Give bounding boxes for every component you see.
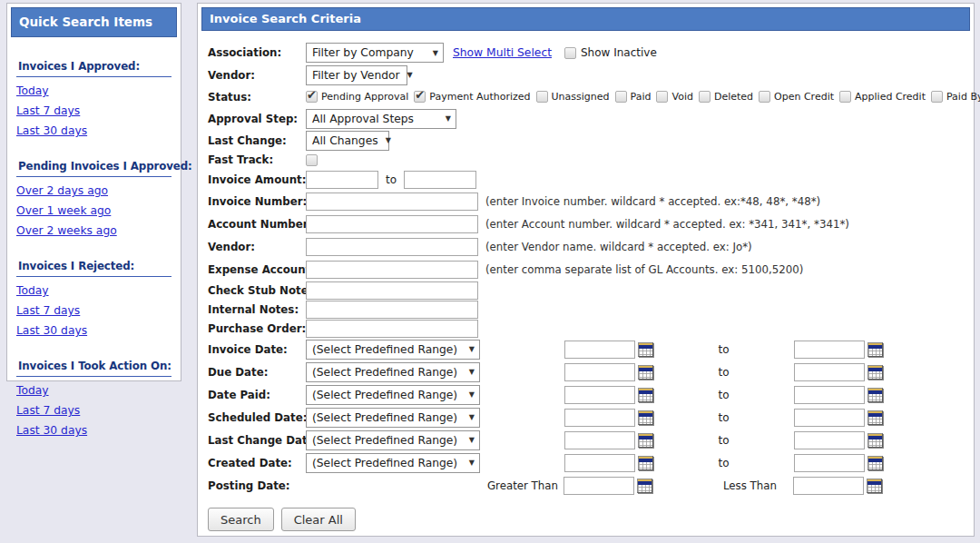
created-date-range-select[interactable]: (Select Predefined Range) ▼ [306, 453, 480, 473]
section-invoices-approved: Invoices I Approved: Today Last 7 days L… [16, 60, 172, 137]
association-select[interactable]: Filter by Company ▼ [306, 43, 444, 63]
link-pending-2days[interactable]: Over 2 days ago [16, 184, 172, 197]
invoice-amount-from-input[interactable] [306, 171, 378, 189]
link-rejected-7days[interactable]: Last 7 days [16, 304, 172, 317]
due-date-range-select[interactable]: (Select Predefined Range) ▼ [306, 362, 480, 382]
link-rejected-30days[interactable]: Last 30 days [16, 324, 172, 337]
date-to-label: to [653, 457, 794, 469]
link-action-30days[interactable]: Last 30 days [16, 424, 172, 437]
show-inactive-checkbox[interactable] [564, 47, 576, 59]
last-change-date-from-input[interactable] [564, 431, 635, 449]
date-paid-from-input[interactable] [564, 386, 635, 404]
due-date-from-input[interactable] [564, 363, 635, 381]
calendar-icon[interactable] [638, 410, 653, 425]
status-checkbox-pending-approval[interactable] [306, 91, 318, 103]
section-invoices-rejected: Invoices I Rejected: Today Last 7 days L… [16, 260, 172, 337]
scheduled-date-from-input[interactable] [564, 409, 635, 427]
due-date-to-input[interactable] [794, 363, 865, 381]
row-last-change-date: Last Change Date: (Select Predefined Ran… [208, 429, 974, 451]
calendar-icon[interactable] [638, 433, 653, 448]
status-option: Void [656, 91, 692, 103]
status-checkbox-paid[interactable] [615, 91, 627, 103]
calendar-icon[interactable] [638, 388, 653, 402]
last-change-date-range-select[interactable]: (Select Predefined Range) ▼ [306, 430, 480, 450]
quick-search-header: Quick Search Items [11, 7, 177, 37]
status-option: Paid By Credit [931, 91, 980, 103]
calendar-icon[interactable] [637, 479, 652, 493]
row-invoice-date: Invoice Date: (Select Predefined Range) … [208, 338, 974, 360]
row-last-change: Last Change: All Changes ▼ [208, 130, 974, 151]
link-approved-30days[interactable]: Last 30 days [16, 124, 172, 137]
status-checkbox-unassigned[interactable] [536, 91, 548, 103]
row-vendor-name: Vendor: (enter Vendor name. wildcard * a… [208, 235, 974, 258]
search-button[interactable]: Search [208, 508, 274, 531]
approval-step-select[interactable]: All Approval Steps ▼ [306, 109, 456, 129]
invoice-date-to-input[interactable] [794, 341, 865, 359]
dropdown-arrow-icon: ▼ [469, 345, 475, 353]
scheduled-date-to-input[interactable] [794, 409, 865, 427]
posting-date-less-input[interactable] [793, 477, 864, 495]
link-rejected-today[interactable]: Today [16, 284, 172, 297]
calendar-icon[interactable] [867, 342, 883, 357]
link-approved-7days[interactable]: Last 7 days [16, 104, 172, 117]
vendor-name-input[interactable] [306, 238, 478, 256]
calendar-icon[interactable] [867, 479, 882, 493]
link-action-today[interactable]: Today [16, 384, 172, 397]
calendar-icon[interactable] [867, 365, 883, 380]
status-checkbox-applied-credit[interactable] [839, 91, 851, 103]
link-action-7days[interactable]: Last 7 days [16, 404, 172, 417]
section-took-action: Invoices I Took Action On: Today Last 7 … [16, 360, 172, 437]
calendar-icon[interactable] [638, 365, 653, 380]
status-checkbox-paid-by-credit[interactable] [931, 91, 943, 103]
internal-notes-input[interactable] [306, 301, 478, 319]
created-date-to-input[interactable] [794, 454, 865, 472]
scheduled-date-range-select[interactable]: (Select Predefined Range) ▼ [306, 408, 480, 428]
expense-account-input[interactable] [306, 261, 478, 279]
check-stub-notes-input[interactable] [306, 281, 478, 300]
less-than-label: Less Than [652, 479, 793, 492]
calendar-icon[interactable] [638, 342, 653, 357]
status-option-label: Payment Authorized [429, 91, 530, 103]
dropdown-arrow-icon: ▼ [469, 413, 475, 421]
show-multi-select-link[interactable]: Show Multi Select [453, 46, 552, 59]
row-invoice-number: Invoice Number: (enter Invoice number. w… [208, 190, 974, 212]
last-change-date-to-input[interactable] [794, 431, 865, 449]
link-pending-2weeks[interactable]: Over 2 weeks ago [16, 224, 172, 237]
purchase-order-input[interactable] [306, 320, 478, 338]
section-pending-approved: Pending Invoices I Approved: Over 2 days… [16, 160, 172, 237]
internal-notes-label: Internal Notes: [208, 303, 306, 316]
calendar-icon[interactable] [867, 388, 883, 402]
invoice-date-from-input[interactable] [564, 341, 635, 359]
calendar-icon[interactable] [867, 433, 883, 448]
approval-step-select-value: All Approval Steps [312, 113, 414, 125]
calendar-icon[interactable] [867, 410, 883, 425]
date-to-label: to [653, 434, 794, 447]
status-checkbox-payment-authorized[interactable] [414, 91, 426, 103]
invoice-number-input[interactable] [306, 193, 478, 211]
dropdown-arrow-icon: ▼ [469, 390, 475, 399]
fast-track-checkbox[interactable] [306, 154, 318, 166]
status-option-label: Paid By Credit [946, 91, 980, 103]
date-paid-range-select[interactable]: (Select Predefined Range) ▼ [306, 385, 480, 405]
date-to-label: to [653, 411, 794, 424]
calendar-icon[interactable] [638, 456, 653, 470]
invoice-date-range-select[interactable]: (Select Predefined Range) ▼ [306, 340, 480, 360]
clear-all-button[interactable]: Clear All [281, 508, 356, 531]
status-option: Payment Authorized [414, 91, 530, 103]
posting-date-greater-input[interactable] [564, 477, 634, 495]
link-pending-1week[interactable]: Over 1 week ago [16, 204, 172, 217]
created-date-from-input[interactable] [564, 454, 635, 472]
status-option: Paid [615, 91, 652, 103]
date-paid-to-input[interactable] [794, 386, 865, 404]
range-select-value: (Select Predefined Range) [312, 343, 457, 356]
status-checkbox-deleted[interactable] [699, 91, 710, 103]
calendar-icon[interactable] [867, 456, 883, 470]
account-number-input[interactable] [306, 215, 478, 233]
status-checkbox-void[interactable] [656, 91, 668, 103]
status-option: Unassigned [536, 91, 610, 103]
status-checkbox-open-credit[interactable] [759, 91, 770, 103]
vendor-select[interactable]: Filter by Vendor ▼ [306, 65, 407, 85]
last-change-select[interactable]: All Changes ▼ [306, 131, 389, 151]
invoice-amount-to-input[interactable] [404, 171, 476, 189]
link-approved-today[interactable]: Today [16, 84, 172, 97]
